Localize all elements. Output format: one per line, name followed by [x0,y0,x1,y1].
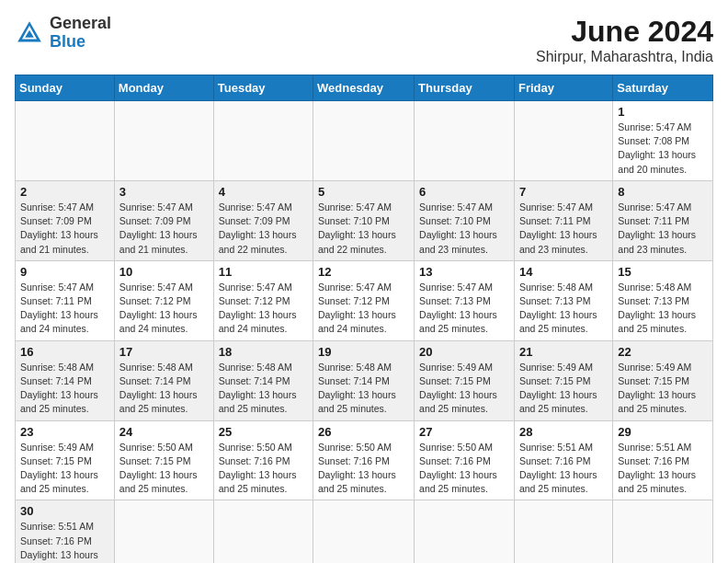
month-title: June 2024 [536,15,713,49]
calendar-cell: 12Sunrise: 5:47 AM Sunset: 7:12 PM Dayli… [313,260,415,340]
calendar-cell: 1Sunrise: 5:47 AM Sunset: 7:08 PM Daylig… [613,101,713,181]
day-number: 26 [318,425,409,439]
day-number: 13 [419,265,509,279]
title-block: June 2024 Shirpur, Maharashtra, India [536,15,713,65]
week-row-2: 2Sunrise: 5:47 AM Sunset: 7:09 PM Daylig… [16,180,713,260]
day-info: Sunrise: 5:48 AM Sunset: 7:13 PM Dayligh… [519,281,608,337]
calendar-cell: 20Sunrise: 5:49 AM Sunset: 7:15 PM Dayli… [415,340,515,420]
day-number: 27 [419,425,509,439]
calendar-cell: 19Sunrise: 5:48 AM Sunset: 7:14 PM Dayli… [313,340,415,420]
day-info: Sunrise: 5:50 AM Sunset: 7:16 PM Dayligh… [419,441,509,497]
day-number: 23 [20,425,109,439]
day-number: 8 [618,185,708,199]
calendar-cell: 25Sunrise: 5:50 AM Sunset: 7:16 PM Dayli… [213,420,313,500]
calendar-cell: 30Sunrise: 5:51 AM Sunset: 7:16 PM Dayli… [16,500,115,563]
calendar-cell: 23Sunrise: 5:49 AM Sunset: 7:15 PM Dayli… [16,420,115,500]
calendar-cell: 11Sunrise: 5:47 AM Sunset: 7:12 PM Dayli… [213,260,313,340]
logo: General Blue [15,15,111,52]
day-number: 9 [20,265,109,279]
day-number: 15 [618,265,708,279]
calendar-cell: 16Sunrise: 5:48 AM Sunset: 7:14 PM Dayli… [16,340,115,420]
location-title: Shirpur, Maharashtra, India [536,49,713,65]
day-number: 6 [419,185,509,199]
calendar-cell: 24Sunrise: 5:50 AM Sunset: 7:15 PM Dayli… [114,420,213,500]
day-number: 28 [519,425,608,439]
day-number: 21 [519,345,608,359]
calendar-header: General Blue June 2024 Shirpur, Maharash… [15,15,713,65]
calendar-cell: 26Sunrise: 5:50 AM Sunset: 7:16 PM Dayli… [313,420,415,500]
col-header-sunday: Sunday [16,75,115,101]
day-number: 12 [318,265,409,279]
calendar-cell [415,500,515,563]
calendar-cell: 10Sunrise: 5:47 AM Sunset: 7:12 PM Dayli… [114,260,213,340]
calendar-cell: 7Sunrise: 5:47 AM Sunset: 7:11 PM Daylig… [514,180,612,260]
col-header-monday: Monday [114,75,213,101]
day-info: Sunrise: 5:48 AM Sunset: 7:14 PM Dayligh… [219,361,308,417]
calendar-cell: 14Sunrise: 5:48 AM Sunset: 7:13 PM Dayli… [514,260,612,340]
day-info: Sunrise: 5:50 AM Sunset: 7:15 PM Dayligh… [119,441,209,497]
day-number: 18 [219,345,308,359]
calendar-table: SundayMondayTuesdayWednesdayThursdayFrid… [15,75,713,563]
day-number: 2 [20,185,109,199]
day-number: 16 [20,345,109,359]
day-info: Sunrise: 5:48 AM Sunset: 7:13 PM Dayligh… [618,281,708,337]
day-info: Sunrise: 5:47 AM Sunset: 7:11 PM Dayligh… [519,201,608,257]
day-number: 20 [419,345,509,359]
day-info: Sunrise: 5:48 AM Sunset: 7:14 PM Dayligh… [318,361,409,417]
calendar-cell [313,500,415,563]
calendar-cell [613,500,713,563]
week-row-5: 23Sunrise: 5:49 AM Sunset: 7:15 PM Dayli… [16,420,713,500]
day-number: 17 [119,345,209,359]
calendar-cell [114,500,213,563]
calendar-cell [514,101,612,181]
calendar-cell: 4Sunrise: 5:47 AM Sunset: 7:09 PM Daylig… [213,180,313,260]
calendar-cell: 15Sunrise: 5:48 AM Sunset: 7:13 PM Dayli… [613,260,713,340]
day-number: 11 [219,265,308,279]
day-number: 5 [318,185,409,199]
day-number: 1 [618,105,708,119]
days-header-row: SundayMondayTuesdayWednesdayThursdayFrid… [16,75,713,101]
calendar-cell: 21Sunrise: 5:49 AM Sunset: 7:15 PM Dayli… [514,340,612,420]
week-row-4: 16Sunrise: 5:48 AM Sunset: 7:14 PM Dayli… [16,340,713,420]
calendar-cell: 9Sunrise: 5:47 AM Sunset: 7:11 PM Daylig… [16,260,115,340]
calendar-cell: 22Sunrise: 5:49 AM Sunset: 7:15 PM Dayli… [613,340,713,420]
calendar-cell: 2Sunrise: 5:47 AM Sunset: 7:09 PM Daylig… [16,180,115,260]
calendar-cell: 5Sunrise: 5:47 AM Sunset: 7:10 PM Daylig… [313,180,415,260]
calendar-cell: 6Sunrise: 5:47 AM Sunset: 7:10 PM Daylig… [415,180,515,260]
day-info: Sunrise: 5:49 AM Sunset: 7:15 PM Dayligh… [618,361,708,417]
logo-text: General Blue [50,15,111,52]
calendar-cell: 3Sunrise: 5:47 AM Sunset: 7:09 PM Daylig… [114,180,213,260]
day-info: Sunrise: 5:47 AM Sunset: 7:10 PM Dayligh… [318,201,409,257]
calendar-cell: 8Sunrise: 5:47 AM Sunset: 7:11 PM Daylig… [613,180,713,260]
day-info: Sunrise: 5:49 AM Sunset: 7:15 PM Dayligh… [519,361,608,417]
calendar-cell: 28Sunrise: 5:51 AM Sunset: 7:16 PM Dayli… [514,420,612,500]
day-info: Sunrise: 5:51 AM Sunset: 7:16 PM Dayligh… [618,441,708,497]
week-row-1: 1Sunrise: 5:47 AM Sunset: 7:08 PM Daylig… [16,101,713,181]
day-info: Sunrise: 5:47 AM Sunset: 7:12 PM Dayligh… [119,281,209,337]
col-header-tuesday: Tuesday [213,75,313,101]
day-number: 10 [119,265,209,279]
day-info: Sunrise: 5:48 AM Sunset: 7:14 PM Dayligh… [119,361,209,417]
calendar-container: General Blue June 2024 Shirpur, Maharash… [0,0,728,563]
calendar-cell: 29Sunrise: 5:51 AM Sunset: 7:16 PM Dayli… [613,420,713,500]
day-number: 29 [618,425,708,439]
day-info: Sunrise: 5:47 AM Sunset: 7:12 PM Dayligh… [318,281,409,337]
day-number: 22 [618,345,708,359]
day-info: Sunrise: 5:49 AM Sunset: 7:15 PM Dayligh… [20,441,109,497]
day-info: Sunrise: 5:47 AM Sunset: 7:10 PM Dayligh… [419,201,509,257]
calendar-cell [213,500,313,563]
col-header-wednesday: Wednesday [313,75,415,101]
day-info: Sunrise: 5:47 AM Sunset: 7:11 PM Dayligh… [618,201,708,257]
day-number: 19 [318,345,409,359]
day-info: Sunrise: 5:47 AM Sunset: 7:12 PM Dayligh… [219,281,308,337]
calendar-cell [16,101,115,181]
day-info: Sunrise: 5:51 AM Sunset: 7:16 PM Dayligh… [519,441,608,497]
col-header-friday: Friday [514,75,612,101]
day-info: Sunrise: 5:47 AM Sunset: 7:08 PM Dayligh… [618,121,708,177]
col-header-saturday: Saturday [613,75,713,101]
day-number: 7 [519,185,608,199]
day-info: Sunrise: 5:49 AM Sunset: 7:15 PM Dayligh… [419,361,509,417]
day-info: Sunrise: 5:47 AM Sunset: 7:13 PM Dayligh… [419,281,509,337]
calendar-cell [313,101,415,181]
calendar-cell [415,101,515,181]
